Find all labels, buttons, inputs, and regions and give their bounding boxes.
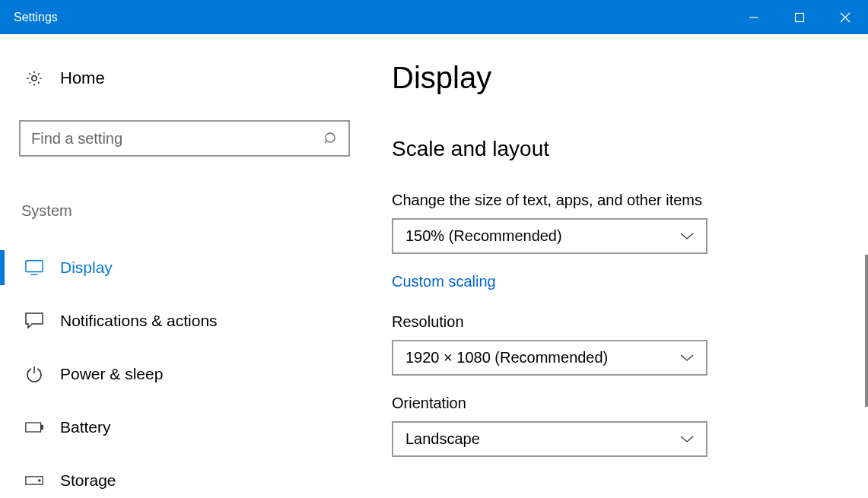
sidebar-item-label: Storage	[60, 471, 116, 490]
home-button[interactable]: Home	[19, 68, 350, 88]
svg-rect-10	[26, 423, 41, 432]
chevron-down-icon	[680, 351, 694, 365]
gear-icon	[25, 69, 43, 87]
search-input[interactable]	[31, 130, 324, 147]
maximize-button[interactable]	[777, 0, 822, 34]
sidebar-item-notifications[interactable]: Notifications & actions	[19, 294, 350, 347]
page-title: Display	[392, 61, 845, 95]
chevron-down-icon	[680, 230, 694, 243]
search-icon	[324, 132, 338, 145]
home-label: Home	[60, 68, 105, 88]
sidebar-item-label: Notifications & actions	[60, 312, 218, 330]
comment-icon	[25, 312, 43, 330]
content-area: Home System Display	[0, 34, 868, 498]
storage-icon	[25, 471, 43, 490]
sidebar: Home System Display	[0, 34, 373, 498]
minimize-button[interactable]	[731, 0, 777, 34]
sidebar-item-power[interactable]: Power & sleep	[19, 347, 350, 401]
sidebar-item-label: Display	[60, 259, 113, 277]
sidebar-item-label: Battery	[60, 418, 111, 436]
svg-rect-1	[796, 13, 804, 21]
svg-rect-7	[26, 261, 43, 272]
svg-point-4	[32, 76, 37, 81]
custom-scaling-link[interactable]: Custom scaling	[392, 273, 496, 290]
svg-point-13	[39, 480, 40, 481]
window-title: Settings	[14, 11, 58, 24]
scale-value: 150% (Recommended)	[405, 227, 562, 245]
orientation-value: Landscape	[405, 430, 480, 448]
close-button[interactable]	[822, 0, 868, 34]
svg-rect-11	[41, 425, 43, 429]
category-label: System	[19, 202, 350, 220]
svg-point-5	[326, 133, 335, 142]
search-box[interactable]	[19, 120, 350, 157]
sidebar-item-storage[interactable]: Storage	[19, 454, 350, 498]
sidebar-item-label: Power & sleep	[60, 365, 163, 383]
titlebar: Settings	[0, 0, 868, 34]
svg-line-6	[325, 141, 327, 144]
orientation-label: Orientation	[392, 395, 845, 412]
section-title: Scale and layout	[392, 137, 845, 161]
orientation-dropdown[interactable]: Landscape	[392, 421, 707, 457]
sidebar-item-battery[interactable]: Battery	[19, 401, 350, 454]
power-icon	[25, 365, 43, 383]
scale-label: Change the size of text, apps, and other…	[392, 192, 845, 209]
resolution-value: 1920 × 1080 (Recommended)	[405, 349, 608, 366]
sidebar-item-display[interactable]: Display	[19, 241, 350, 294]
scale-dropdown[interactable]: 150% (Recommended)	[392, 218, 707, 254]
scrollbar[interactable]	[865, 255, 868, 407]
resolution-dropdown[interactable]: 1920 × 1080 (Recommended)	[392, 340, 707, 376]
battery-icon	[25, 418, 43, 436]
window-controls	[731, 0, 868, 34]
resolution-label: Resolution	[392, 313, 845, 331]
monitor-icon	[25, 259, 43, 277]
chevron-down-icon	[680, 433, 694, 446]
main-panel: Display Scale and layout Change the size…	[373, 34, 868, 498]
